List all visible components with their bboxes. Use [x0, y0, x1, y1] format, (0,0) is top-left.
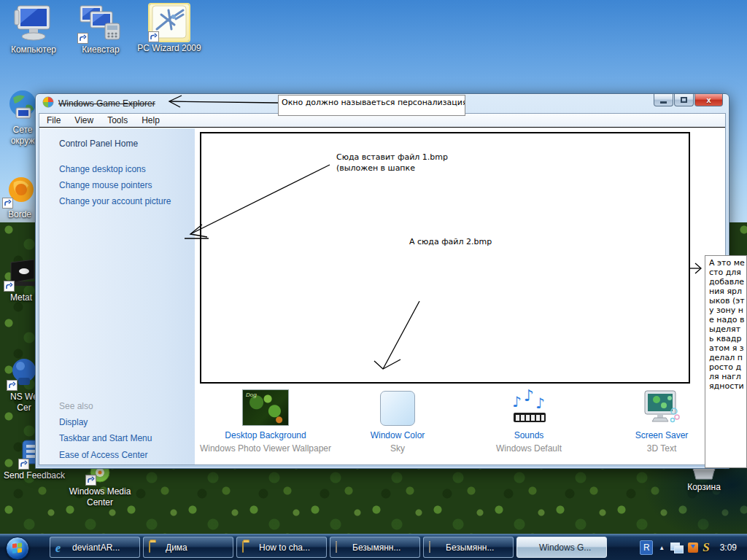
sounds-icon: ♪ ♪ ♪ [508, 389, 550, 426]
menu-file[interactable]: File [47, 115, 61, 125]
personalize-item-sounds[interactable]: ♪ ♪ ♪ Sounds Windows Default [462, 389, 596, 454]
svg-text:♪: ♪ [535, 394, 545, 412]
desktop-background-link[interactable]: Desktop Background [198, 430, 333, 440]
desktop-icon-label: Windows Media [60, 486, 140, 497]
start-button[interactable] [6, 537, 29, 560]
computer-icon [13, 4, 54, 42]
taskbar-button-label: Безымянн... [446, 542, 494, 553]
sidebar-see-also-header: See also [59, 401, 93, 411]
desktop-icon-label: Center [60, 497, 140, 508]
metat-icon [5, 257, 37, 290]
sidebar-item-change-account-picture[interactable]: Change your account picture [59, 196, 171, 206]
desktop-icon-kievstar[interactable]: Киевстар [70, 4, 131, 55]
shortcut-arrow-icon [7, 380, 18, 391]
desktop-icon-label: Компьютер [3, 44, 64, 55]
paint-icon [429, 542, 441, 553]
sidebar-item-taskbar-start-menu[interactable]: Taskbar and Start Menu [59, 433, 152, 443]
shortcut-arrow-icon [85, 475, 96, 486]
shortcut-arrow-icon [4, 281, 15, 292]
menu-view[interactable]: View [74, 115, 93, 125]
shortcut-arrow-icon [18, 459, 29, 470]
menu-tools[interactable]: Tools [107, 115, 128, 125]
window-body: File View Tools Help Control Panel Home … [39, 113, 726, 465]
taskbar-button-label: Дима [166, 542, 187, 553]
sounds-link[interactable]: Sounds [462, 430, 596, 440]
game-explorer-window: Windows Game Explorer x File View Tools … [35, 93, 729, 469]
taskbar-clock[interactable]: 3:09 [720, 542, 737, 553]
window-color-value: Sky [330, 443, 465, 454]
taskbar-button-untitled-2[interactable]: Безымянн... [423, 537, 514, 558]
svg-text:♪: ♪ [524, 389, 534, 405]
desktop-icon-computer[interactable]: Компьютер [3, 4, 64, 55]
sidebar-item-control-panel-home[interactable]: Control Panel Home [59, 139, 138, 149]
annotation-file1-line2: (выложен в шапке [336, 163, 415, 174]
minimize-button[interactable] [654, 94, 673, 106]
window-color-link[interactable]: Window Color [330, 430, 465, 440]
desktop-background-value: Windows Photo Viewer Wallpaper [198, 443, 333, 454]
sounds-value: Windows Default [462, 443, 596, 454]
desktop-icon-label: Корзина [671, 482, 737, 493]
folder-icon [149, 542, 161, 553]
desktop-icon-recycle-bin[interactable]: Корзина [671, 465, 737, 493]
shortcut-arrow-icon [2, 198, 13, 209]
paint-icon [336, 542, 348, 553]
shortcut-arrow-icon [77, 33, 88, 44]
taskbar-button-label: Windows G... [539, 542, 591, 553]
taskbar-button-dima[interactable]: Дима [143, 537, 233, 558]
personalize-item-desktop-background[interactable]: Dog Desktop Background Windows Photo Vie… [198, 389, 333, 454]
taskbar: e deviantAR... Дима How to cha... Безымя… [0, 534, 747, 560]
taskbar-button-deviantart[interactable]: e deviantAR... [50, 537, 140, 558]
taskbar-button-untitled-1[interactable]: Безымянн... [330, 537, 420, 558]
internet-explorer-icon: e [55, 542, 68, 553]
window-color-swatch [380, 391, 415, 426]
desktop-icon-label: PC Wizard 2009 [133, 43, 206, 54]
taskbar-button-label: How to cha... [259, 542, 310, 553]
kievstar-icon [79, 4, 123, 42]
sidebar: Control Panel Home Change desktop icons … [39, 128, 195, 464]
desktop-background-thumbnail: Dog [242, 389, 289, 426]
game-explorer-window-icon [42, 96, 54, 111]
thumbnail-signature-text: Dog [246, 392, 257, 398]
sidebar-item-display[interactable]: Display [59, 417, 88, 427]
menu-help[interactable]: Help [142, 115, 160, 125]
window-title: Windows Game Explorer [58, 98, 155, 109]
system-tray: R ▲ S 3:09 [640, 534, 743, 560]
annotation-title-note: Окно должно называеться персонализация [278, 95, 465, 116]
shortcut-arrow-icon [148, 31, 159, 42]
taskbar-button-windows-game-explorer[interactable]: Windows G... [516, 537, 607, 558]
game-explorer-icon [522, 542, 535, 553]
annotation-file1-line1: Сюда вставит файл 1.bmp [336, 152, 448, 163]
maximize-button[interactable] [674, 94, 694, 106]
network-tray-icon[interactable] [670, 542, 684, 553]
music-note-glyph: ♪ [512, 393, 522, 411]
folder-icon [242, 542, 255, 553]
borde-icon [4, 175, 36, 207]
language-indicator[interactable]: R [640, 540, 653, 555]
desktop-icon-media-center[interactable]: Windows Media Center [60, 462, 140, 508]
screen-saver-icon [642, 389, 681, 426]
desktop-screen: Компьютер Киевстар [0, 0, 747, 560]
sidebar-item-ease-of-access[interactable]: Ease of Access Center [59, 450, 147, 460]
style-tray-icon[interactable]: S [703, 540, 709, 555]
pc-wizard-icon [150, 4, 189, 41]
taskbar-button-label: deviantAR... [72, 542, 120, 553]
close-button[interactable]: x [694, 94, 723, 106]
windows-flag-icon [12, 542, 23, 553]
annotation-side-note: А это место для добавления ярлыков (эту … [705, 255, 747, 468]
desktop-icon-label: Киевстар [70, 44, 131, 55]
update-tray-icon[interactable] [688, 542, 698, 553]
sidebar-item-change-mouse-pointers[interactable]: Change mouse pointers [59, 180, 152, 190]
taskbar-button-how-to[interactable]: How to cha... [236, 537, 327, 558]
annotation-file2: А сюда файл 2.bmp [409, 237, 492, 247]
mockup-placeholder-panel: Сюда вставит файл 1.bmp (выложен в шапке… [200, 132, 690, 384]
desktop-icon-pc-wizard[interactable]: PC Wizard 2009 [133, 4, 206, 54]
taskbar-button-label: Безымянн... [352, 542, 400, 553]
sidebar-item-change-desktop-icons[interactable]: Change desktop icons [59, 164, 146, 174]
personalize-item-window-color[interactable]: Window Color Sky [330, 389, 465, 454]
show-hidden-icons-arrow[interactable]: ▲ [659, 545, 665, 551]
